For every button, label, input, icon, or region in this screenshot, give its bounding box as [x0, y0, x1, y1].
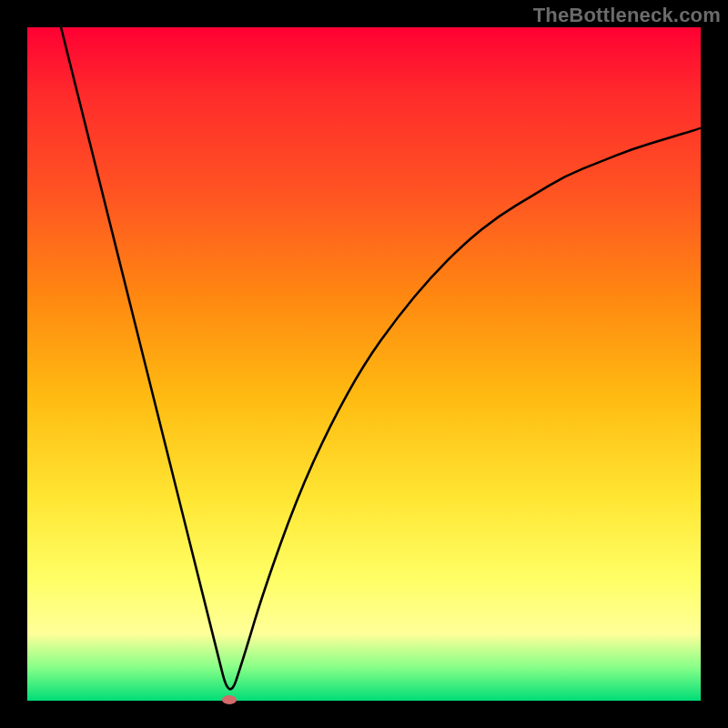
notch-marker	[222, 695, 237, 704]
plot-area	[27, 27, 701, 701]
attribution-text: TheBottleneck.com	[533, 4, 721, 27]
chart-container: TheBottleneck.com	[0, 0, 728, 728]
